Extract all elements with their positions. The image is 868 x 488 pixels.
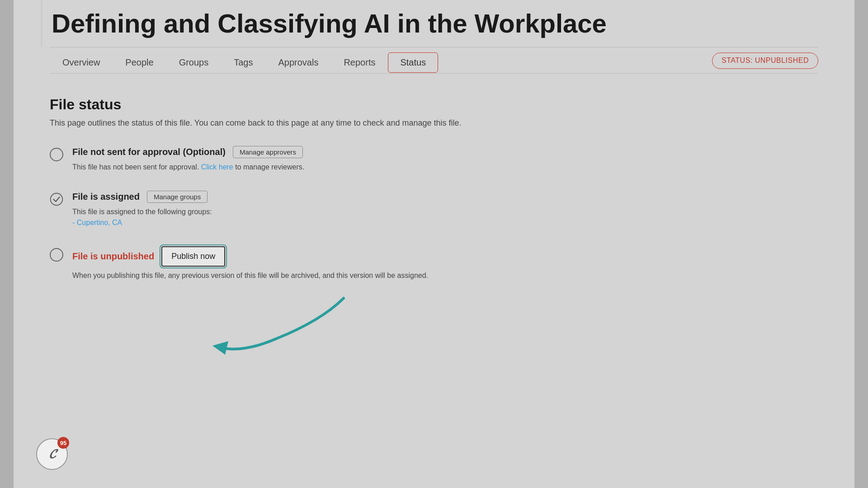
approval-content: File not sent for approval (Optional) Ma…: [72, 146, 818, 173]
cupertino-link[interactable]: - Cupertino, CA: [72, 219, 122, 226]
approval-desc-prefix: This file has not been sent for approval…: [72, 163, 199, 171]
app-icon: 𝓒: [49, 447, 55, 462]
arrow-annotation: [185, 285, 366, 375]
status-badge: STATUS: UNPUBLISHED: [712, 53, 818, 69]
manage-approvers-button[interactable]: Manage approvers: [233, 146, 303, 158]
title-divider: [50, 47, 818, 47]
tab-reports[interactable]: Reports: [331, 52, 388, 73]
file-status-title: File status: [50, 96, 818, 113]
approval-desc: This file has not been sent for approval…: [72, 162, 818, 173]
approval-title: File not sent for approval (Optional): [72, 147, 226, 157]
status-item-approval: File not sent for approval (Optional) Ma…: [50, 146, 818, 173]
tab-overview[interactable]: Overview: [50, 52, 113, 73]
unpublished-content: File is unpublished Publish now When you…: [72, 246, 818, 281]
tab-approvals[interactable]: Approvals: [265, 52, 331, 73]
unpublished-title: File is unpublished: [72, 251, 154, 262]
radio-approval[interactable]: [50, 148, 63, 161]
file-status-description: This page outlines the status of this fi…: [50, 118, 818, 128]
assigned-desc: This file is assigned to the following g…: [72, 206, 818, 217]
svg-point-0: [51, 193, 63, 205]
status-item-assigned: File is assigned Manage groups This file…: [50, 191, 818, 228]
page-title: Defining and Classifying AI in the Workp…: [41, 0, 818, 47]
tab-people[interactable]: People: [113, 52, 166, 73]
check-assigned: [50, 192, 63, 206]
badge-count: 95: [57, 437, 69, 449]
click-here-link[interactable]: Click here: [201, 163, 233, 171]
assigned-title: File is assigned: [72, 192, 140, 202]
svg-marker-1: [212, 341, 228, 355]
tab-tags[interactable]: Tags: [221, 52, 265, 73]
unpublished-header: File is unpublished Publish now: [72, 246, 818, 267]
tabs-navigation: Overview People Groups Tags Approvals Re…: [50, 52, 818, 74]
tab-status[interactable]: Status: [388, 52, 438, 73]
radio-unpublished[interactable]: [50, 248, 63, 262]
group-link: - Cupertino, CA: [72, 217, 818, 228]
manage-groups-button[interactable]: Manage groups: [147, 191, 208, 203]
assigned-content: File is assigned Manage groups This file…: [72, 191, 818, 228]
unpublished-desc: When you publishing this file, any previ…: [72, 270, 818, 281]
tab-groups[interactable]: Groups: [166, 52, 222, 73]
status-item-unpublished: File is unpublished Publish now When you…: [50, 246, 818, 281]
file-status-section: File status This page outlines the statu…: [50, 96, 818, 281]
approval-desc-suffix: to manage reviewers.: [235, 163, 304, 171]
publish-now-button[interactable]: Publish now: [161, 246, 225, 267]
approval-header: File not sent for approval (Optional) Ma…: [72, 146, 818, 158]
assigned-header: File is assigned Manage groups: [72, 191, 818, 203]
notification-badge[interactable]: 𝓒 95: [36, 438, 68, 470]
